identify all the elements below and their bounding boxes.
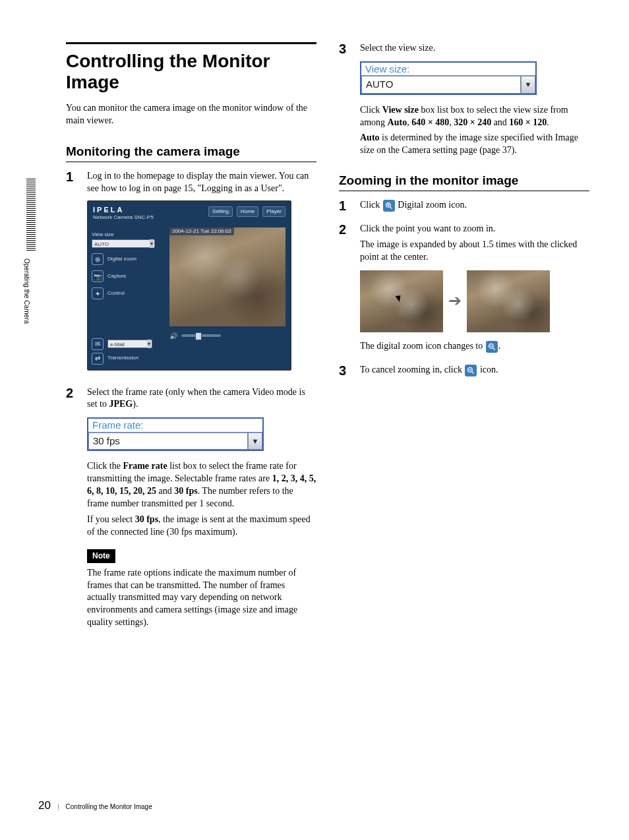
step2-intro: Select the frame rate (only when the cam… bbox=[87, 386, 316, 411]
viewer-screenshot: IPELA Network Camera SNC-P5 Setting Home… bbox=[87, 200, 291, 371]
top-btn-setting[interactable]: Setting bbox=[208, 206, 233, 218]
footer-divider: | bbox=[57, 802, 59, 812]
footer-section: Controlling the Monitor Image bbox=[66, 802, 152, 812]
viewsize-label: View size bbox=[92, 231, 163, 239]
zoom-step-2: 2 Click the point you want to zoom in. T… bbox=[339, 223, 589, 356]
video-timestamp: 2004-12-21 Tue 22:06:02 bbox=[169, 227, 234, 236]
email-dropdown[interactable]: e-Mail bbox=[107, 340, 152, 348]
side-tab-label: Operating the Camera bbox=[22, 258, 32, 324]
zoom-step-3: 3 To cancel zooming in, click icon. bbox=[339, 364, 589, 380]
section-monitoring: Monitoring the camera image bbox=[66, 143, 316, 162]
menu-transmission[interactable]: Transmission bbox=[107, 355, 138, 362]
note-text: The frame rate options indicate the maxi… bbox=[87, 567, 316, 629]
zoom2-line1: Click the point you want to zoom in. bbox=[360, 223, 589, 235]
volume-slider[interactable] bbox=[181, 334, 221, 337]
step-number: 3 bbox=[339, 364, 351, 377]
viewsize-dropdown[interactable]: AUTO bbox=[92, 239, 155, 248]
step2-30fps: If you select 30 fps, the image is sent … bbox=[87, 514, 316, 539]
zoom-icon[interactable]: ⊕ bbox=[92, 253, 104, 265]
step2-explain: Click the Frame rate list box to select … bbox=[87, 460, 316, 510]
zoom-illustration: ➔ bbox=[360, 270, 589, 332]
title-rule bbox=[66, 42, 316, 48]
email-icon[interactable]: ✉ bbox=[92, 338, 104, 350]
zoom-before-thumb bbox=[360, 270, 443, 332]
dropdown-arrow-icon[interactable]: ▼ bbox=[248, 433, 262, 450]
digital-zoom-out-icon[interactable] bbox=[486, 341, 498, 353]
monitoring-step-3: 3 Select the view size. View size: AUTO … bbox=[339, 42, 589, 160]
svg-line-8 bbox=[472, 371, 474, 373]
frame-rate-ui: Frame rate: 30 fps ▼ bbox=[87, 417, 264, 451]
menu-zoom[interactable]: Digital zoom bbox=[107, 256, 136, 263]
step3-intro: Select the view size. bbox=[360, 42, 589, 55]
capture-icon[interactable]: 📷 bbox=[92, 270, 104, 282]
video-area bbox=[169, 227, 285, 326]
brand-subtitle: Network Camera SNC-P5 bbox=[93, 214, 154, 222]
page-footer: 20 | Controlling the Monitor Image bbox=[38, 798, 152, 814]
zoom3-text: To cancel zooming in, click icon. bbox=[360, 364, 589, 376]
step-number: 2 bbox=[66, 386, 78, 400]
dropdown-arrow-icon[interactable]: ▼ bbox=[521, 76, 535, 93]
svg-line-1 bbox=[390, 206, 392, 208]
top-btn-player[interactable]: Player bbox=[262, 206, 285, 218]
brand-logo: IPELA bbox=[93, 205, 124, 215]
monitoring-step-2: 2 Select the frame rate (only when the c… bbox=[66, 386, 316, 633]
step3-explain: Click View size box list box to select t… bbox=[360, 104, 589, 129]
frame-rate-value[interactable]: 30 fps bbox=[88, 433, 248, 450]
zoom-after-thumb bbox=[467, 270, 550, 332]
zoom2-iconchange: The digital zoom icon changes to . bbox=[360, 340, 589, 353]
frame-rate-label: Frame rate: bbox=[88, 419, 262, 431]
step-number: 3 bbox=[339, 42, 351, 55]
digital-zoom-in-icon[interactable] bbox=[383, 200, 395, 212]
zoom2-line2: The image is expanded by about 1.5 times… bbox=[360, 239, 589, 264]
view-size-label: View size: bbox=[361, 63, 535, 75]
arrow-right-icon: ➔ bbox=[448, 290, 462, 311]
side-tab: Operating the Camera bbox=[20, 178, 42, 330]
transmission-icon[interactable]: ⇄ bbox=[92, 353, 104, 365]
step3-auto: Auto is determined by the image size spe… bbox=[360, 132, 589, 157]
zoom-step-1: 1 Click Digital zoom icon. bbox=[339, 199, 589, 215]
page-title: Controlling the Monitor Image bbox=[66, 51, 316, 93]
monitoring-step-1: 1 Log in to the homepage to display the … bbox=[66, 170, 316, 378]
page-number: 20 bbox=[38, 798, 51, 814]
zoom1-text: Click Digital zoom icon. bbox=[360, 199, 589, 212]
menu-control[interactable]: Control bbox=[107, 290, 125, 297]
svg-line-5 bbox=[493, 347, 494, 349]
speaker-icon[interactable]: 🔊 bbox=[169, 332, 177, 341]
section-zooming: Zooming in the monitor image bbox=[339, 172, 589, 191]
step1-text: Log in to the homepage to display the ma… bbox=[87, 170, 316, 195]
step-number: 2 bbox=[339, 223, 351, 236]
intro-paragraph: You can monitor the camera image on the … bbox=[66, 102, 316, 127]
view-size-ui: View size: AUTO ▼ bbox=[360, 61, 537, 95]
note-label: Note bbox=[87, 549, 115, 562]
digital-zoom-out-icon[interactable] bbox=[465, 365, 477, 376]
step-number: 1 bbox=[66, 170, 78, 183]
top-btn-home[interactable]: Home bbox=[237, 206, 258, 218]
control-icon[interactable]: ✦ bbox=[92, 287, 104, 299]
menu-capture[interactable]: Capture bbox=[107, 273, 126, 280]
step-number: 1 bbox=[339, 199, 351, 212]
view-size-value[interactable]: AUTO bbox=[361, 76, 521, 93]
